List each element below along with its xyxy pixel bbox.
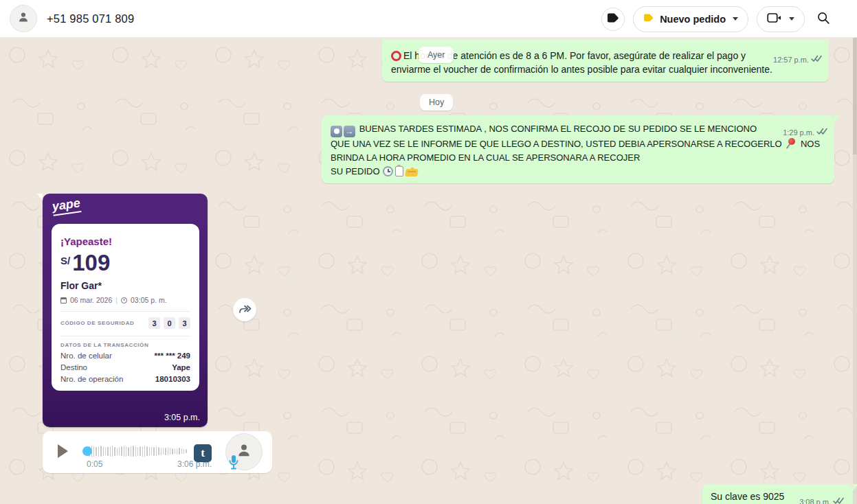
forward-icon [238,303,252,317]
chevron-down-icon [789,17,794,21]
t-badge[interactable]: t [194,444,212,462]
tag-button[interactable] [601,8,625,31]
bubble-tail [853,484,857,491]
date-chip-today: Hoy [420,94,453,111]
video-camera-icon [767,12,782,26]
date-chip-yesterday: Ayer [419,47,454,63]
calendar-icon [60,297,67,303]
security-code-row: CÓDIGO DE SEGURIDAD 3 0 3 [60,317,190,329]
pushpin-emoji [786,138,797,149]
bubble-tail [37,194,43,201]
voice-message-bubble: 0:05 3:06 p.m. t [43,431,272,473]
clipboard-emoji [395,166,403,176]
message-time: 1:29 p.m. [783,128,814,137]
red-circle-emoji [391,51,401,61]
message-meta: 3:08 p.m. [799,497,845,504]
transaction-row: Destino Yape [60,363,190,371]
chat-area: 12:57 p.m. El horario de atención es de … [0,38,857,504]
person-icon [16,10,31,27]
order-status-label: Nuevo pedido [660,14,726,25]
transaction-row: Nro. de celular *** *** 249 [60,352,190,360]
scrollbar-thumb[interactable] [853,38,857,154]
handshake-emoji [405,169,419,176]
order-status-dropdown[interactable]: Nuevo pedido [633,6,748,32]
double-check-icon [833,497,845,504]
message-meta: 12:57 p.m. [773,55,823,64]
contact-avatar[interactable] [10,5,37,32]
transaction-row: Nro. de operación 18010303 [60,375,190,383]
chevron-down-icon [733,17,738,21]
audio-duration: 0:05 [87,459,102,469]
security-code-label: CÓDIGO DE SEGURIDAD [60,320,134,326]
play-button[interactable] [58,444,68,458]
clock-small-icon [121,297,127,303]
yellow-tag-icon [643,13,654,25]
double-check-icon [816,128,828,137]
receipt-date: 06 mar. 2026 [70,296,112,304]
video-call-dropdown[interactable] [757,6,805,32]
message-meta: 1:29 p.m. [783,128,828,137]
radio-button-emoji [331,126,342,137]
clock-emoji [383,166,393,176]
currency-symbol: S/ [60,255,70,266]
message-bubble-out: 1:29 p.m. → BUENAS TARDES ESTIMADA , NOS… [322,115,834,183]
double-check-icon [811,55,823,64]
chat-header: +51 985 071 809 Nuevo pedido [0,0,857,38]
message-time: 3:08 p.m. [799,498,831,504]
message-time: 3:05 p.m. [164,413,200,422]
amount-value: 109 [72,252,110,274]
contact-phone[interactable]: +51 985 071 809 [47,12,134,25]
receipt-hour: 03:05 p. m. [131,296,167,304]
bubble-tail [834,115,840,122]
receipt-title: ¡Yapeaste! [60,236,190,247]
search-button[interactable] [813,9,834,30]
header-actions: Nuevo pedido [601,0,857,38]
payee-name: Flor Gar* [60,280,190,291]
receipt-amount: S/ 109 [60,252,190,274]
yape-receipt-card: ¡Yapeaste! S/ 109 Flor Gar* 06 mar. 2026… [52,224,199,391]
transaction-section-label: DATOS DE LA TRANSACCIÓN [60,342,190,348]
audio-progress-dot[interactable] [82,446,92,456]
message-time: 12:57 p.m. [773,56,809,64]
message-text: → BUENAS TARDES ESTIMADA , NOS CONFIRMA … [331,124,820,176]
security-code-digits: 3 0 3 [148,317,190,329]
arrow-right-emoji: → [344,126,355,137]
message-bubble-out: Su clave es 9025 3:08 p.m. [702,484,853,504]
forward-button[interactable] [233,298,256,321]
mic-icon [228,455,239,472]
search-icon [816,10,831,28]
receipt-datetime: 06 mar. 2026 | 03:05 p. m. [60,296,190,304]
scrollbar[interactable] [853,38,857,504]
message-text: Su clave es 9025 [711,491,784,502]
image-message-yape-receipt[interactable]: yape ¡Yapeaste! S/ 109 Flor Gar* 06 mar.… [43,194,208,427]
tag-icon [606,12,620,27]
yape-logo: yape [52,196,82,216]
